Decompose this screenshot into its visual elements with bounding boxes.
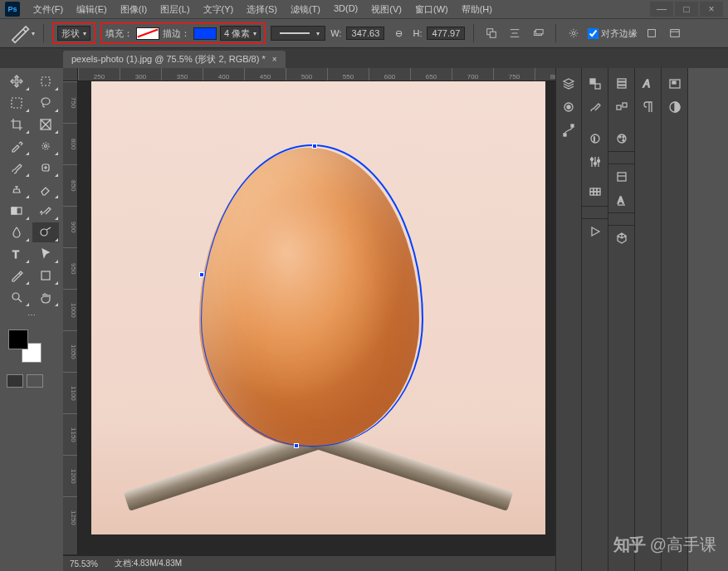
actions-panel-icon[interactable] [584, 221, 606, 242]
path-operations-icon[interactable] [482, 24, 501, 42]
dodge-tool[interactable] [32, 222, 59, 242]
color-panel-icon[interactable] [584, 73, 606, 95]
height-field[interactable]: 477.97 [427, 27, 465, 40]
menu-window[interactable]: 窗口(W) [410, 2, 453, 17]
gear-icon[interactable] [564, 24, 583, 42]
hand-tool[interactable] [32, 287, 59, 307]
frame-tool[interactable] [32, 115, 59, 134]
svg-rect-23 [12, 207, 17, 214]
menu-3d[interactable]: 3D(D) [329, 2, 363, 17]
quick-selection-tool[interactable] [32, 136, 59, 156]
spot-healing-tool[interactable] [32, 158, 59, 178]
swatches-panel-icon[interactable] [584, 183, 606, 204]
shape-tool[interactable] [32, 266, 59, 286]
eyedropper-tool[interactable] [3, 136, 30, 156]
eraser-tool[interactable] [32, 179, 59, 199]
zoom-level[interactable]: 75.53% [70, 559, 98, 569]
chevron-down-icon: ▾ [316, 30, 320, 37]
stroke-width-dropdown[interactable]: 4 像素 ▾ [220, 26, 261, 41]
quickmask-mode-button[interactable] [27, 374, 43, 388]
menu-edit[interactable]: 编辑(E) [71, 2, 112, 17]
svg-point-59 [623, 139, 624, 141]
path-alignment-icon[interactable] [506, 24, 524, 42]
crop-tool[interactable] [3, 115, 30, 134]
tool-mode-dropdown[interactable]: 形状 ▾ [57, 26, 90, 41]
layers-panel-icon[interactable] [558, 73, 579, 95]
vertical-ruler[interactable]: 750800850900950100010501100115012001250 [63, 81, 78, 554]
clone-stamp-tool[interactable] [3, 179, 30, 199]
close-button[interactable]: × [700, 2, 723, 17]
menu-view[interactable]: 视图(V) [366, 2, 407, 17]
svg-point-43 [597, 160, 599, 163]
stroke-swatch[interactable] [193, 27, 217, 40]
menu-type[interactable]: 文字(Y) [198, 2, 239, 17]
navigator-panel-icon[interactable] [664, 73, 686, 95]
3d-panel-icon[interactable] [611, 227, 633, 249]
window-controls: — □ × [650, 2, 723, 17]
gradient-tool[interactable] [3, 201, 30, 221]
pen-tool[interactable] [3, 266, 30, 286]
ruler-origin[interactable] [63, 68, 78, 81]
menu-help[interactable]: 帮助(H) [457, 2, 497, 17]
character-panel-icon[interactable]: A [611, 189, 633, 211]
history-panel-icon[interactable] [611, 73, 633, 95]
toolbox-more-icon[interactable]: ⋯ [27, 310, 36, 320]
move-tool[interactable] [3, 71, 30, 91]
minimize-button[interactable]: — [650, 2, 673, 17]
foreground-color[interactable] [8, 329, 28, 349]
brush-tool[interactable] [3, 158, 30, 178]
glyphs-panel-icon[interactable]: A [638, 73, 659, 95]
histogram-panel-icon[interactable] [664, 96, 686, 118]
height-label: H: [413, 28, 422, 38]
blur-tool[interactable] [3, 222, 30, 242]
styles-panel-icon[interactable] [611, 128, 633, 149]
paths-panel-icon[interactable] [558, 120, 579, 141]
path-arrangement-icon[interactable] [529, 24, 547, 42]
align-edges-input[interactable] [588, 28, 599, 39]
reset-icon[interactable] [642, 24, 661, 42]
marquee-tool[interactable] [3, 93, 30, 113]
properties-panel-icon[interactable]: i [584, 128, 606, 149]
path-selection-tool[interactable] [32, 244, 59, 264]
workspace-icon[interactable] [666, 24, 684, 42]
svg-rect-55 [623, 103, 627, 107]
libraries-panel-icon[interactable] [611, 166, 633, 188]
ruler-tick: 950 [63, 247, 77, 289]
menu-layer[interactable]: 图层(L) [155, 2, 194, 17]
svg-point-56 [618, 134, 626, 143]
zoom-tool[interactable] [3, 287, 30, 307]
ruler-tick: 650 [410, 68, 452, 81]
tab-close-icon[interactable]: × [272, 55, 277, 64]
paragraph-panel-icon[interactable] [638, 96, 659, 118]
type-tool[interactable]: T [3, 244, 30, 264]
maximize-button[interactable]: □ [675, 2, 698, 17]
ruler-tick: 1050 [63, 330, 77, 372]
history-brush-tool[interactable] [32, 201, 59, 221]
svg-point-28 [12, 293, 19, 300]
width-field[interactable]: 347.63 [346, 27, 384, 40]
canvas[interactable] [91, 81, 545, 534]
divider [473, 24, 474, 42]
align-edges-label: 对齐边缘 [601, 27, 638, 40]
lasso-tool[interactable] [32, 93, 59, 113]
document-tab[interactable]: pexels-photo (1).jpg @ 75.5% (形状 2, RGB/… [63, 51, 286, 68]
brushes-panel-icon[interactable] [584, 96, 606, 118]
standard-mode-button[interactable] [7, 374, 23, 388]
egg-graphic [199, 148, 419, 447]
menu-filter[interactable]: 滤镜(T) [286, 2, 325, 17]
doc-info[interactable]: 文档:4.83M/4.83M [115, 558, 182, 569]
align-edges-checkbox[interactable]: 对齐边缘 [588, 27, 638, 40]
adjustments-panel-icon[interactable] [584, 151, 606, 173]
menu-select[interactable]: 选择(S) [242, 2, 282, 17]
menu-image[interactable]: 图像(I) [115, 2, 152, 17]
info-panel-icon[interactable] [611, 96, 633, 118]
channels-panel-icon[interactable] [558, 96, 579, 118]
stroke-style-dropdown[interactable]: ▾ [271, 26, 325, 41]
artboard-tool[interactable] [32, 71, 59, 91]
ruler-tick: 350 [161, 68, 203, 81]
tool-preset-picker[interactable]: ▾ [8, 24, 35, 42]
fill-swatch[interactable] [136, 27, 159, 40]
horizontal-ruler[interactable]: 250300350400450500550600650700750800850 [78, 68, 555, 81]
menu-file[interactable]: 文件(F) [28, 2, 68, 17]
link-wh-icon[interactable]: ⊖ [389, 24, 408, 42]
